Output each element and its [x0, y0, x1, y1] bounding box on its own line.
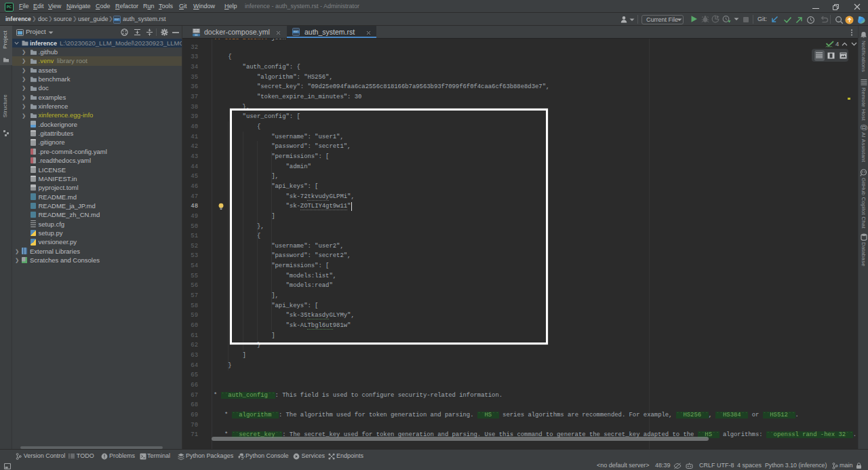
- svg-text:DC: DC: [195, 34, 198, 37]
- svg-text:RST: RST: [294, 31, 298, 33]
- svg-text:RST: RST: [115, 18, 119, 21]
